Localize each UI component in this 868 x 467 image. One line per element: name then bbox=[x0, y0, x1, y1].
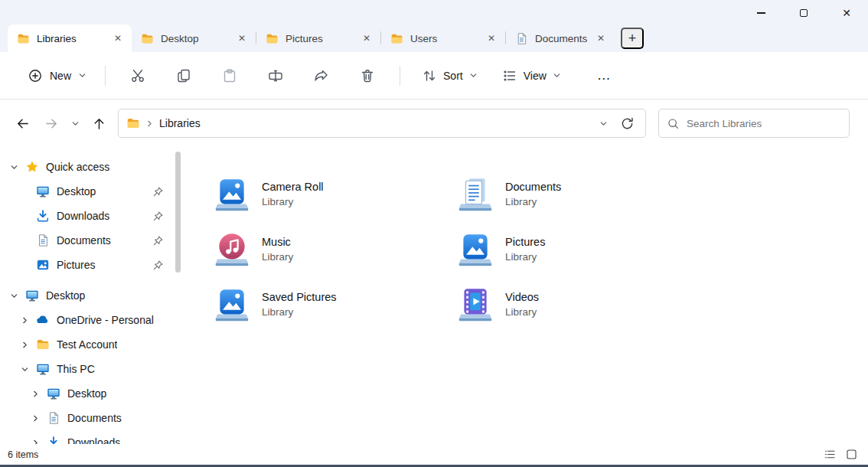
toolbar-divider bbox=[400, 66, 400, 86]
plus-circle-icon bbox=[28, 68, 43, 83]
sidebar-item-label: Desktop bbox=[46, 289, 85, 302]
tab-label: Documents bbox=[535, 33, 589, 44]
sidebar-scrollbar[interactable] bbox=[173, 147, 184, 444]
sidebar-item-onedrive[interactable]: OneDrive - Personal bbox=[0, 308, 173, 332]
sidebar-item-test-account[interactable]: Test Account bbox=[0, 332, 173, 357]
tab-close-icon[interactable]: ✕ bbox=[359, 31, 374, 46]
list-view-icon bbox=[824, 448, 837, 461]
items-count: 6 items bbox=[8, 449, 38, 460]
file-item-text: Saved Pictures Library bbox=[262, 289, 337, 320]
pictures-library-icon bbox=[213, 175, 251, 214]
scrollbar-thumb[interactable] bbox=[175, 152, 181, 273]
trash-icon bbox=[360, 68, 375, 83]
sidebar-item-label: Quick access bbox=[46, 161, 109, 173]
monitor-icon bbox=[36, 185, 50, 198]
chevron-right-icon[interactable] bbox=[29, 387, 41, 400]
chevron-down-icon[interactable] bbox=[18, 363, 31, 375]
arrow-left-icon bbox=[15, 116, 30, 131]
sidebar-item-label: Downloads bbox=[67, 436, 120, 444]
tab-libraries[interactable]: Libraries ✕ bbox=[8, 24, 132, 52]
close-button[interactable]: ✕ bbox=[825, 0, 868, 26]
pictures-library-icon bbox=[213, 286, 251, 324]
tab-close-icon[interactable]: ✕ bbox=[110, 31, 126, 46]
copy-button[interactable] bbox=[167, 61, 201, 90]
search-input[interactable] bbox=[687, 118, 841, 129]
see-more-button[interactable]: … bbox=[589, 61, 619, 90]
chevron-right-icon[interactable] bbox=[29, 412, 41, 424]
pictures-icon bbox=[36, 258, 50, 272]
chevron-down-icon[interactable] bbox=[8, 289, 20, 302]
share-icon bbox=[314, 68, 329, 83]
address-bar[interactable]: Libraries bbox=[118, 109, 646, 138]
copy-icon bbox=[176, 68, 191, 83]
file-item-type: Library bbox=[505, 250, 545, 265]
file-item-videos[interactable]: Videos Library bbox=[456, 277, 700, 332]
new-tab-button[interactable]: + bbox=[621, 28, 644, 49]
sort-icon bbox=[422, 68, 437, 83]
sidebar-item-label: Test Account bbox=[57, 338, 117, 351]
recent-locations-button[interactable] bbox=[66, 109, 84, 137]
view-button[interactable]: View bbox=[493, 61, 570, 90]
tab-pictures[interactable]: Pictures ✕ bbox=[256, 24, 380, 52]
file-item-saved-pictures[interactable]: Saved Pictures Library bbox=[213, 277, 456, 332]
maximize-button[interactable] bbox=[782, 0, 825, 26]
chevron-down-icon[interactable] bbox=[8, 161, 20, 173]
search-box[interactable] bbox=[658, 109, 850, 138]
sidebar-item-documents-pinned[interactable]: Documents bbox=[0, 228, 173, 253]
tab-close-icon[interactable]: ✕ bbox=[593, 31, 609, 46]
sort-button[interactable]: Sort bbox=[413, 61, 487, 90]
file-item-type: Library bbox=[262, 305, 337, 320]
sidebar-item-downloads-pinned[interactable]: Downloads bbox=[0, 204, 173, 228]
sidebar-item-pictures-pinned[interactable]: Pictures bbox=[0, 253, 173, 277]
file-item-pictures[interactable]: Pictures Library bbox=[456, 222, 700, 277]
new-button[interactable]: New bbox=[18, 61, 96, 90]
tab-documents[interactable]: Documents ✕ bbox=[506, 24, 615, 52]
arrow-up-icon bbox=[92, 116, 106, 131]
tab-desktop[interactable]: Desktop ✕ bbox=[132, 24, 256, 52]
file-item-documents[interactable]: Documents Library bbox=[456, 167, 700, 222]
details-view-button[interactable] bbox=[821, 446, 839, 463]
view-icon bbox=[502, 68, 517, 83]
pictures-library-icon bbox=[456, 230, 494, 269]
sidebar-item-label: Desktop bbox=[57, 185, 96, 198]
sidebar-item-thispc-downloads[interactable]: Downloads bbox=[0, 430, 173, 444]
file-item-camera-roll[interactable]: Camera Roll Library bbox=[213, 167, 456, 222]
rename-button[interactable] bbox=[259, 61, 292, 90]
share-button[interactable] bbox=[305, 61, 338, 90]
chevron-right-icon[interactable] bbox=[18, 314, 31, 326]
folder-icon bbox=[390, 32, 403, 45]
paste-button[interactable] bbox=[213, 61, 246, 90]
tab-close-icon[interactable]: ✕ bbox=[484, 31, 499, 46]
chevron-right-icon[interactable] bbox=[29, 436, 41, 444]
sidebar-item-quick-access[interactable]: Quick access bbox=[0, 155, 173, 179]
cut-button[interactable] bbox=[121, 61, 155, 90]
refresh-button[interactable] bbox=[615, 112, 639, 135]
tab-users[interactable]: Users ✕ bbox=[381, 24, 505, 52]
sidebar-item-thispc-documents[interactable]: Documents bbox=[0, 406, 173, 430]
sidebar-item-label: Documents bbox=[67, 412, 122, 424]
forward-button[interactable] bbox=[37, 109, 66, 137]
breadcrumb[interactable]: Libraries bbox=[159, 117, 201, 129]
cloud-icon bbox=[36, 313, 50, 327]
new-button-label: New bbox=[50, 70, 71, 82]
sidebar-item-desktop-pinned[interactable]: Desktop bbox=[0, 179, 173, 204]
up-button[interactable] bbox=[84, 109, 113, 137]
file-item-name: Documents bbox=[505, 179, 561, 194]
large-thumbnails-view-button[interactable] bbox=[842, 446, 860, 463]
sidebar-item-desktop-tree[interactable]: Desktop bbox=[0, 283, 173, 308]
tab-close-icon[interactable]: ✕ bbox=[234, 31, 250, 46]
sidebar-item-thispc-desktop[interactable]: Desktop bbox=[0, 381, 173, 406]
delete-button[interactable] bbox=[351, 61, 384, 90]
main-area: Quick access Desktop Downloads Documents bbox=[0, 147, 868, 444]
file-item-name: Saved Pictures bbox=[262, 289, 337, 305]
thumbnail-view-icon bbox=[845, 448, 858, 461]
file-item-music[interactable]: Music Library bbox=[213, 222, 456, 277]
sidebar-item-this-pc[interactable]: This PC bbox=[0, 357, 173, 381]
back-button[interactable] bbox=[8, 109, 37, 137]
refresh-icon bbox=[620, 116, 635, 131]
address-dropdown-button[interactable] bbox=[592, 112, 615, 135]
tab-label: Libraries bbox=[37, 33, 106, 44]
minimize-button[interactable] bbox=[739, 0, 782, 26]
download-icon bbox=[36, 209, 50, 223]
chevron-right-icon[interactable] bbox=[18, 338, 31, 351]
